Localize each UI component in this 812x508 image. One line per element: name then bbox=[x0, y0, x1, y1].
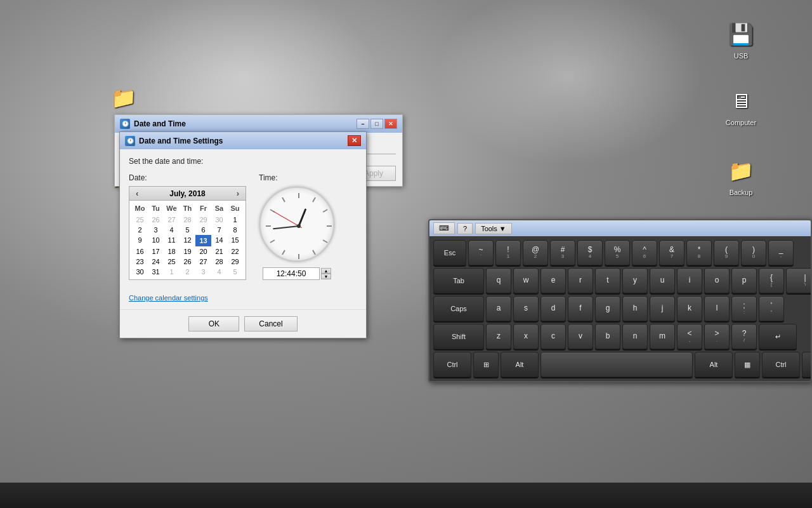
cal-cell[interactable]: 9 bbox=[132, 235, 148, 246]
desktop-icon-usb[interactable]: 💾 USB bbox=[716, 19, 766, 60]
cal-cell[interactable]: 27 bbox=[164, 215, 180, 225]
cal-cell[interactable]: 4 bbox=[211, 267, 227, 277]
key-9[interactable]: (9 bbox=[714, 240, 739, 265]
key-t[interactable]: t bbox=[595, 268, 620, 293]
key-k[interactable]: k bbox=[677, 296, 702, 321]
key-shift-left[interactable]: Shift bbox=[433, 324, 484, 349]
key-win[interactable]: ⊞ bbox=[473, 352, 499, 377]
cal-cell[interactable]: 26 bbox=[180, 257, 195, 267]
key-a[interactable]: a bbox=[486, 296, 511, 321]
inner-dialog-close[interactable]: ✕ bbox=[348, 135, 361, 146]
time-up-button[interactable]: ▲ bbox=[321, 268, 331, 274]
key-q[interactable]: q bbox=[486, 268, 511, 293]
cal-cell[interactable]: 10 bbox=[148, 235, 164, 246]
outer-dialog-close[interactable]: ✕ bbox=[384, 119, 397, 129]
cal-cell[interactable]: 7 bbox=[211, 225, 227, 235]
desktop-icon-computer[interactable]: 🖥 Computer bbox=[716, 86, 766, 126]
cal-cell[interactable]: 17 bbox=[148, 246, 164, 257]
cal-cell[interactable]: 2 bbox=[180, 267, 195, 277]
key-backslash[interactable]: |\ bbox=[786, 268, 812, 293]
key-tab[interactable]: Tab bbox=[433, 268, 484, 293]
cal-cell[interactable]: 21 bbox=[211, 246, 227, 257]
cal-cell[interactable]: 11 bbox=[164, 235, 180, 246]
cal-cell[interactable]: 25 bbox=[132, 215, 148, 225]
cal-cell[interactable]: 16 bbox=[132, 246, 148, 257]
inner-cancel-button[interactable]: Cancel bbox=[244, 316, 297, 331]
time-input-field[interactable] bbox=[263, 267, 320, 280]
cal-cell[interactable]: 3 bbox=[195, 267, 211, 277]
cal-cell[interactable]: 30 bbox=[132, 267, 148, 277]
cal-cell[interactable]: 5 bbox=[227, 267, 243, 277]
desktop-icon-backup[interactable]: 📁 Backup bbox=[716, 156, 766, 196]
cal-cell[interactable]: 8 bbox=[227, 225, 243, 235]
key-g[interactable]: g bbox=[595, 296, 620, 321]
key-w[interactable]: w bbox=[513, 268, 539, 293]
key-c[interactable]: c bbox=[540, 324, 566, 349]
key-s[interactable]: s bbox=[513, 296, 539, 321]
outer-dialog-maximize[interactable]: □ bbox=[370, 119, 383, 129]
cal-cell[interactable]: 12 bbox=[180, 235, 195, 246]
cal-cell[interactable]: 2 bbox=[132, 225, 148, 235]
cal-cell[interactable]: 3 bbox=[148, 225, 164, 235]
osk-tools-btn[interactable]: Tools ▼ bbox=[475, 223, 512, 234]
key-minus[interactable]: _- bbox=[768, 240, 794, 265]
key-tilde[interactable]: ~` bbox=[468, 240, 494, 265]
change-calendar-link[interactable]: Change calendar settings bbox=[129, 294, 246, 302]
key-e[interactable]: e bbox=[540, 268, 566, 293]
key-ctrl-left[interactable]: Ctrl bbox=[433, 352, 471, 377]
key-2[interactable]: @2 bbox=[523, 240, 548, 265]
key-d[interactable]: d bbox=[540, 296, 566, 321]
cal-cell-selected[interactable]: 13 bbox=[195, 235, 211, 246]
key-m[interactable]: m bbox=[650, 324, 675, 349]
cal-cell[interactable]: 30 bbox=[211, 215, 227, 225]
key-6[interactable]: ^6 bbox=[632, 240, 657, 265]
key-menu[interactable]: ▦ bbox=[735, 352, 760, 377]
cal-cell[interactable]: 26 bbox=[148, 215, 164, 225]
osk-keyboard-icon-btn[interactable]: ⌨ bbox=[433, 222, 455, 234]
key-period[interactable]: >. bbox=[704, 324, 730, 349]
key-0[interactable]: )0 bbox=[741, 240, 766, 265]
cal-cell[interactable]: 27 bbox=[195, 257, 211, 267]
outer-dialog-minimize[interactable]: – bbox=[357, 119, 369, 129]
key-z[interactable]: z bbox=[486, 324, 511, 349]
key-l[interactable]: l bbox=[704, 296, 730, 321]
cal-cell[interactable]: 20 bbox=[195, 246, 211, 257]
cal-cell[interactable]: 22 bbox=[227, 246, 243, 257]
cal-cell[interactable]: 14 bbox=[211, 235, 227, 246]
cal-cell[interactable]: 4 bbox=[164, 225, 180, 235]
cal-cell[interactable]: 28 bbox=[211, 257, 227, 267]
key-enter[interactable]: ↵ bbox=[759, 324, 797, 349]
key-alt-right[interactable]: Alt bbox=[695, 352, 733, 377]
key-h[interactable]: h bbox=[622, 296, 648, 321]
osk-help-btn[interactable]: ? bbox=[457, 223, 473, 234]
cal-cell[interactable]: 29 bbox=[195, 215, 211, 225]
key-o[interactable]: o bbox=[704, 268, 730, 293]
cal-cell[interactable]: 19 bbox=[180, 246, 195, 257]
key-bracket-left[interactable]: {[ bbox=[759, 268, 784, 293]
key-space[interactable] bbox=[540, 352, 693, 377]
key-p[interactable]: p bbox=[731, 268, 757, 293]
key-n[interactable]: n bbox=[622, 324, 648, 349]
calendar-next[interactable]: › bbox=[234, 189, 242, 198]
key-1[interactable]: !1 bbox=[495, 240, 521, 265]
key-slash[interactable]: ?/ bbox=[731, 324, 757, 349]
key-x[interactable]: x bbox=[513, 324, 539, 349]
cal-cell[interactable]: 18 bbox=[164, 246, 180, 257]
key-7[interactable]: &7 bbox=[659, 240, 684, 265]
key-comma[interactable]: <, bbox=[677, 324, 702, 349]
key-arrow-left[interactable]: ← bbox=[802, 352, 812, 377]
cal-cell[interactable]: 1 bbox=[164, 267, 180, 277]
key-r[interactable]: r bbox=[568, 268, 593, 293]
cal-cell[interactable]: 23 bbox=[132, 257, 148, 267]
key-caps[interactable]: Caps bbox=[433, 296, 484, 321]
key-j[interactable]: j bbox=[650, 296, 675, 321]
cal-cell[interactable]: 1 bbox=[227, 215, 243, 225]
key-4[interactable]: $4 bbox=[577, 240, 603, 265]
cal-cell[interactable]: 28 bbox=[180, 215, 195, 225]
cal-cell[interactable]: 29 bbox=[227, 257, 243, 267]
cal-cell[interactable]: 6 bbox=[195, 225, 211, 235]
key-esc[interactable]: Esc bbox=[433, 240, 466, 265]
key-alt-left[interactable]: Alt bbox=[501, 352, 539, 377]
key-3[interactable]: #3 bbox=[550, 240, 575, 265]
cal-cell[interactable]: 15 bbox=[227, 235, 243, 246]
